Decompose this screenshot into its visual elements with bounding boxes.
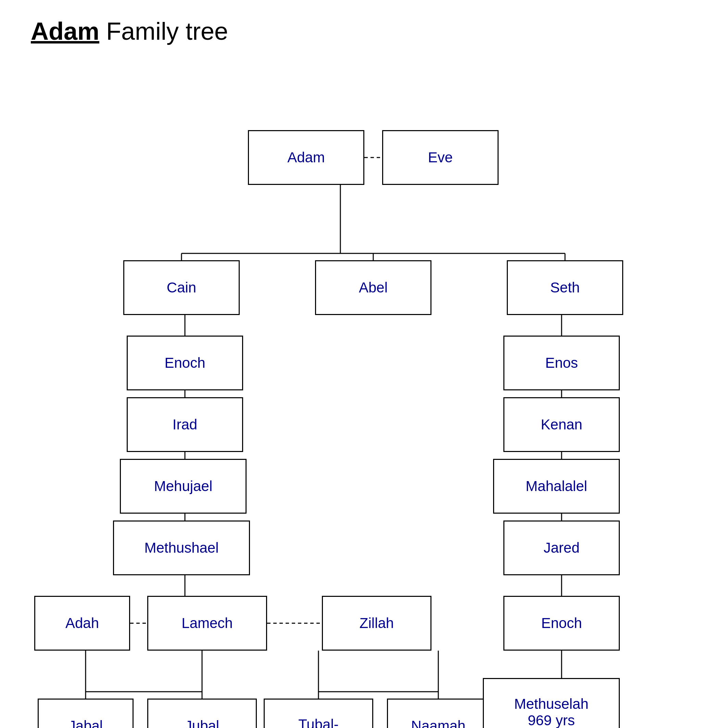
- node-mehujael: Mehujael: [120, 459, 246, 514]
- node-naamah: Naamah: [387, 699, 490, 728]
- node-eve: Eve: [382, 130, 499, 185]
- node-mahalalel: Mahalalel: [493, 459, 620, 514]
- node-jabal: Jabal: [38, 699, 133, 728]
- node-methuselah: Methuselah 969 yrs: [483, 678, 620, 728]
- node-kenan: Kenan: [503, 397, 620, 452]
- node-cain: Cain: [123, 260, 240, 315]
- node-enoch_c: Enoch: [127, 336, 243, 390]
- node-jared: Jared: [503, 520, 620, 575]
- node-irad: Irad: [127, 397, 243, 452]
- node-jubal: Jubal: [147, 699, 257, 728]
- node-lamech_c: Lamech: [147, 596, 267, 651]
- node-tubalcain: Tubal- Cain: [264, 699, 373, 728]
- node-enos: Enos: [503, 336, 620, 390]
- node-adah: Adah: [34, 596, 130, 651]
- node-abel: Abel: [315, 260, 431, 315]
- node-adam: Adam: [248, 130, 364, 185]
- node-methushael: Methushael: [113, 520, 250, 575]
- node-enoch_s: Enoch: [503, 596, 620, 651]
- node-seth: Seth: [507, 260, 623, 315]
- node-zillah: Zillah: [322, 596, 431, 651]
